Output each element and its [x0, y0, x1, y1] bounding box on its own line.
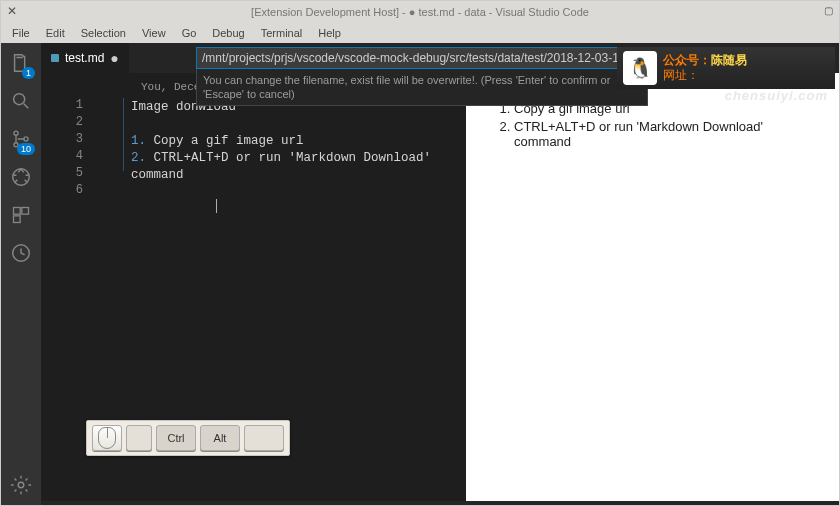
window-title: [Extension Development Host] - ● test.md… — [1, 6, 839, 18]
explorer-icon[interactable]: 1 — [9, 51, 33, 75]
watermark-url: chensuiyi.com — [725, 88, 828, 103]
search-icon[interactable] — [9, 89, 33, 113]
filename-input[interactable] — [196, 47, 648, 69]
watermark-avatar-icon: 🐧 — [623, 51, 657, 85]
markdown-preview: Copy a gif image url CTRL+ALT+D or run '… — [466, 73, 839, 501]
key-spacer — [126, 425, 152, 451]
quick-input-box: You can change the filename, exist file … — [196, 47, 648, 106]
svg-point-9 — [18, 482, 24, 488]
tab-dirty-icon: ● — [110, 50, 118, 66]
close-window-icon[interactable]: ✕ — [7, 4, 17, 18]
watermark-banner: 🐧 公众号：陈随易 网址： — [617, 47, 835, 89]
debug-icon[interactable] — [9, 165, 33, 189]
settings-gear-icon[interactable] — [9, 473, 33, 497]
maximize-window-icon[interactable]: ▢ — [824, 5, 833, 16]
preview-list: Copy a gif image url CTRL+ALT+D or run '… — [492, 101, 813, 149]
alt-key: Alt — [200, 425, 240, 451]
svg-point-0 — [14, 94, 25, 105]
menu-go[interactable]: Go — [175, 25, 204, 41]
menu-view[interactable]: View — [135, 25, 173, 41]
scm-badge: 10 — [17, 143, 35, 155]
explorer-badge: 1 — [22, 67, 35, 79]
input-hint: You can change the filename, exist file … — [196, 69, 648, 106]
activity-bar: 1 10 — [1, 43, 41, 505]
svg-rect-7 — [14, 216, 21, 223]
window-titlebar: ✕ [Extension Development Host] - ● test.… — [1, 1, 839, 23]
indent-guide — [123, 98, 124, 171]
code-content[interactable]: Image donwload 1. Copy a gif image url 2… — [41, 93, 466, 218]
extensions-icon[interactable] — [9, 203, 33, 227]
svg-point-3 — [24, 137, 28, 141]
svg-rect-5 — [14, 208, 21, 215]
svg-rect-6 — [22, 208, 29, 215]
menu-debug[interactable]: Debug — [205, 25, 251, 41]
line-numbers: 1 2 3 4 5 6 — [41, 97, 101, 199]
menu-file[interactable]: File — [5, 25, 37, 41]
source-control-icon[interactable]: 10 — [9, 127, 33, 151]
text-cursor — [131, 199, 217, 213]
menu-help[interactable]: Help — [311, 25, 348, 41]
menu-bar: File Edit Selection View Go Debug Termin… — [1, 23, 839, 43]
timeline-icon[interactable] — [9, 241, 33, 265]
preview-item-2: CTRL+ALT+D or run 'Markdown Download' co… — [514, 119, 813, 149]
tab-test-md[interactable]: test.md ● — [41, 43, 129, 73]
tab-label: test.md — [65, 51, 104, 65]
markdown-file-icon — [51, 54, 59, 62]
key-spacer2 — [244, 425, 284, 451]
svg-point-1 — [14, 131, 18, 135]
mouse-indicator — [92, 425, 122, 451]
ctrl-key: Ctrl — [156, 425, 196, 451]
menu-edit[interactable]: Edit — [39, 25, 72, 41]
menu-terminal[interactable]: Terminal — [254, 25, 310, 41]
menu-selection[interactable]: Selection — [74, 25, 133, 41]
keystroke-overlay: Ctrl Alt — [86, 420, 290, 456]
